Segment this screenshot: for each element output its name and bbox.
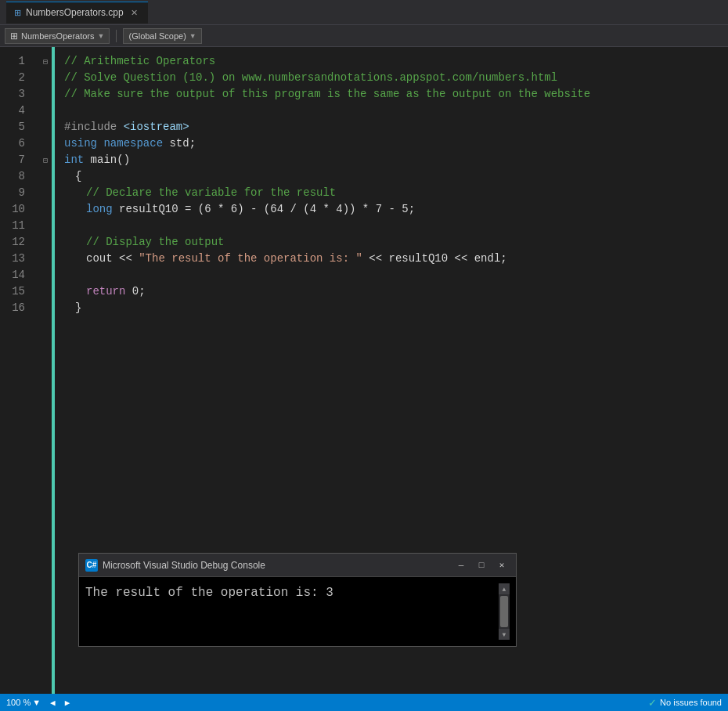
console-scroll-thumb[interactable] <box>500 596 508 627</box>
console-scroll-down[interactable]: ▼ <box>499 629 510 640</box>
token-5-0: #include <box>64 119 124 135</box>
console-titlebar: C# Microsoft Visual Studio Debug Console… <box>79 554 516 577</box>
code-line-4 <box>64 103 728 119</box>
console-close-button[interactable]: ✕ <box>494 558 510 573</box>
status-check-icon: ✓ <box>648 697 657 709</box>
file-selector-icon: ⊞ <box>10 31 18 42</box>
token-13-1: "The result of the operation is: " <box>139 251 362 267</box>
code-line-10: long resultQ10 = (6 * 6) - (64 / (4 * 4)… <box>64 201 728 218</box>
token-6-3: std; <box>163 135 196 152</box>
file-tab-label: NumbersOperators.cpp <box>26 7 124 18</box>
fold-marker-15 <box>39 283 52 300</box>
line-number-1: 1 <box>0 53 31 70</box>
fold-marker-9 <box>39 185 52 201</box>
console-icon: C# <box>85 559 98 572</box>
code-line-11 <box>64 218 728 234</box>
file-selector-label: NumbersOperators <box>21 31 95 41</box>
line-number-12: 12 <box>0 234 31 251</box>
fold-marker-14 <box>39 267 52 283</box>
scope-selector[interactable]: (Global Scope) ▼ <box>123 28 201 44</box>
file-tab[interactable]: ⊞ NumbersOperators.cpp ✕ <box>6 2 148 23</box>
console-minimize-button[interactable]: — <box>453 558 469 573</box>
token-6-0: using <box>64 135 97 152</box>
line-number-10: 10 <box>0 201 31 218</box>
console-window[interactable]: C# Microsoft Visual Studio Debug Console… <box>78 553 517 647</box>
code-line-14 <box>64 267 728 283</box>
fold-marker-13 <box>39 251 52 267</box>
console-scroll-up[interactable]: ▲ <box>499 583 510 594</box>
token-15-1: 0; <box>125 283 145 300</box>
console-scrollbar[interactable]: ▲ ▼ <box>499 583 510 640</box>
scope-selector-label: (Global Scope) <box>128 31 186 41</box>
token-2-0: // Solve Question (10.) on www.numbersan… <box>64 70 557 86</box>
fold-marker-4 <box>39 103 52 119</box>
line-number-13: 13 <box>0 251 31 267</box>
console-title-label: Microsoft Visual Studio Debug Console <box>103 560 449 571</box>
fold-area: ⊟⊟ <box>39 47 52 694</box>
fold-marker-7[interactable]: ⊟ <box>39 152 52 168</box>
status-issues: ✓ No issues found <box>648 697 722 709</box>
token-13-0: cout << <box>86 251 139 267</box>
token-7-0: int <box>64 152 84 168</box>
title-bar: ⊞ NumbersOperators.cpp ✕ <box>0 0 728 25</box>
fold-marker-6 <box>39 135 52 152</box>
code-line-8: { <box>64 168 728 185</box>
line-number-15: 15 <box>0 283 31 300</box>
fold-marker-16 <box>39 300 52 316</box>
toolbar-separator <box>116 30 117 42</box>
code-line-16: } <box>64 300 728 316</box>
line-number-7: 7 <box>0 152 31 168</box>
fold-marker-2 <box>39 70 52 86</box>
scroll-right-button[interactable]: ▶ <box>65 698 70 708</box>
fold-marker-3 <box>39 86 52 103</box>
code-line-2: // Solve Question (10.) on www.numbersan… <box>64 70 728 86</box>
status-bar: 100 % ▼ ◀ ▶ ✓ No issues found <box>0 694 728 711</box>
code-line-12: // Display the output <box>64 234 728 251</box>
line-number-14: 14 <box>0 267 31 283</box>
line-number-2: 2 <box>0 70 31 86</box>
fold-marker-1[interactable]: ⊟ <box>39 53 52 70</box>
code-line-1: // Arithmetic Operators <box>64 53 728 70</box>
file-selector[interactable]: ⊞ NumbersOperators ▼ <box>5 28 110 44</box>
tab-close-button[interactable]: ✕ <box>128 7 140 19</box>
editor-area: 12345678910111213141516 ⊟⊟ // Arithmetic… <box>0 47 728 694</box>
fold-marker-5 <box>39 119 52 135</box>
scope-selector-arrow: ▼ <box>189 32 196 40</box>
line-number-11: 11 <box>0 218 31 234</box>
code-line-13: cout << "The result of the operation is:… <box>64 251 728 267</box>
scroll-left-button[interactable]: ◀ <box>50 698 56 708</box>
console-output: The result of the operation is: 3 <box>85 583 499 640</box>
line-number-16: 16 <box>0 300 31 316</box>
console-body: The result of the operation is: 3 ▲ ▼ <box>79 577 516 646</box>
fold-marker-11 <box>39 218 52 234</box>
zoom-dropdown-arrow[interactable]: ▼ <box>32 698 41 707</box>
status-text: No issues found <box>660 698 722 707</box>
toolbar: ⊞ NumbersOperators ▼ (Global Scope) ▼ <box>0 25 728 47</box>
line-number-3: 3 <box>0 86 31 103</box>
line-number-4: 4 <box>0 103 31 119</box>
zoom-level[interactable]: 100 % ▼ <box>6 698 41 707</box>
token-5-1: <iostream> <box>124 119 189 135</box>
file-selector-arrow: ▼ <box>98 32 105 40</box>
fold-marker-12 <box>39 234 52 251</box>
line-number-8: 8 <box>0 168 31 185</box>
token-8-0: { <box>75 168 81 185</box>
console-maximize-button[interactable]: □ <box>474 558 489 573</box>
code-line-6: using namespace std; <box>64 135 728 152</box>
line-numbers: 12345678910111213141516 <box>0 47 39 694</box>
line-number-6: 6 <box>0 135 31 152</box>
line-number-5: 5 <box>0 119 31 135</box>
code-line-7: int main() <box>64 152 728 168</box>
token-6-1 <box>97 135 103 152</box>
code-line-5: #include <iostream> <box>64 119 728 135</box>
fold-marker-10 <box>39 201 52 218</box>
token-13-2: << resultQ10 << endl; <box>362 251 507 267</box>
token-6-2: namespace <box>103 135 163 152</box>
token-10-1: resultQ10 = (6 * 6) - (64 / (4 * 4)) * 7… <box>113 201 415 218</box>
file-tab-icon: ⊞ <box>14 8 21 18</box>
token-3-0: // Make sure the output of this program … <box>64 86 590 103</box>
token-7-1: main() <box>84 152 130 168</box>
line-number-9: 9 <box>0 185 31 201</box>
token-10-0: long <box>86 201 113 218</box>
token-16-0: } <box>75 300 81 316</box>
